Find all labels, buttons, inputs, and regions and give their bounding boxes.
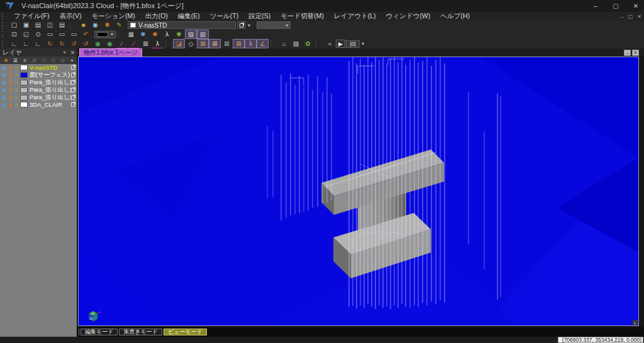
nav-back-icon[interactable]: ◄ [324, 40, 335, 48]
snapshot-image-icon[interactable]: ▨ [291, 40, 301, 48]
edit-pencil-icon[interactable]: ✎ [13, 95, 19, 101]
doc-minimize-button[interactable]: – [624, 50, 631, 56]
menu-item-1[interactable]: 表示(V) [54, 12, 86, 21]
layer-down-icon[interactable]: ⊙ [49, 57, 57, 64]
trim-break-icon[interactable]: ⊠ [140, 40, 151, 48]
gear-pair-icon[interactable]: ✱ [150, 30, 160, 38]
menu-item-2[interactable]: モーション(M) [86, 12, 140, 21]
visibility-eye-icon[interactable]: ◉ [1, 87, 7, 93]
viewport-scroll-button[interactable]: ▸ [633, 320, 638, 325]
layer-copy-icon[interactable] [71, 73, 75, 77]
visibility-eye-icon[interactable]: ◉ [90, 21, 101, 30]
document-tab[interactable]: 物件1.bfox 1ページ [79, 48, 142, 57]
render-image2-icon[interactable]: ▧ [197, 30, 208, 38]
visibility-eye-icon[interactable]: ◉ [1, 72, 7, 78]
layer-color-swatch[interactable] [20, 87, 28, 93]
mode-tab-0[interactable]: 編集モード [80, 329, 118, 335]
layer-star-icon[interactable]: ★ [2, 57, 10, 64]
polyline-corner2-icon[interactable]: ∟ [21, 40, 31, 48]
layer-add-icon[interactable]: ⊕ [30, 57, 38, 64]
3d-viewport[interactable]: x1 x2 ▸ [78, 57, 639, 326]
render-image-icon[interactable]: ▨ [186, 30, 196, 38]
print-dot-icon[interactable]: ● [7, 102, 13, 108]
human-model-icon[interactable]: λ [245, 40, 256, 48]
walkthrough-person-icon[interactable]: λ [152, 40, 163, 48]
menu-item-10[interactable]: ヘルプ(H) [435, 12, 475, 21]
edit-pencil-icon[interactable]: ✎ [13, 65, 19, 71]
measure-slope2-icon[interactable]: ∕ [128, 40, 139, 48]
menu-item-4[interactable]: 編集(E) [173, 12, 205, 21]
child-restore-button[interactable]: ▢ [628, 14, 633, 19]
style-combobox[interactable]: V-nasSTD [128, 21, 236, 29]
boolean-union-icon[interactable]: ⊠ [197, 40, 208, 48]
view-rect3-icon[interactable]: ▭ [69, 30, 79, 38]
layer-row-5[interactable]: ◉●✎3DA_CLAIR [0, 101, 77, 109]
edit-pencil-icon[interactable]: ✎ [13, 72, 19, 78]
panel-close-icon[interactable]: ✕ [69, 50, 77, 56]
view-rect2-icon[interactable]: ▭ [57, 30, 67, 38]
style-page-button[interactable] [237, 21, 246, 29]
transform-rotate-icon[interactable]: ↻ [57, 40, 67, 48]
menu-item-7[interactable]: モード切替(M) [275, 12, 329, 21]
print-preview-icon[interactable]: ◫ [45, 21, 55, 30]
layer-row-0[interactable]: ◉●✎V-nasSTD [0, 64, 77, 72]
layer-color-swatch[interactable] [20, 80, 28, 85]
layer-pin-icon[interactable]: ⌖ [68, 57, 76, 64]
toolbar3-grip[interactable] [2, 40, 6, 47]
print-dot-icon[interactable]: ● [7, 87, 13, 93]
visibility-eye-icon[interactable]: ◉ [1, 65, 7, 71]
menubar-grip[interactable] [2, 13, 6, 19]
gear-green-icon[interactable]: ✱ [174, 30, 184, 38]
camera-view2-icon[interactable]: ◉ [104, 40, 115, 48]
menu-item-9[interactable]: ウィンドウ(W) [381, 12, 436, 21]
nav-forward-icon[interactable]: ▶ [336, 40, 345, 48]
measure-slope1-icon[interactable]: ∕ [116, 40, 127, 48]
layer-copy-icon[interactable] [71, 102, 75, 107]
layer-copy-icon[interactable] [71, 95, 75, 100]
view-rect1-icon[interactable]: ▭ [45, 30, 55, 38]
stairs-tool-icon[interactable]: ∠ [257, 40, 268, 48]
layer-row-1[interactable]: ◉●✎面(サーフェス) [0, 72, 77, 79]
child-close-button[interactable]: ✕ [637, 14, 641, 19]
print-settings-icon[interactable]: ▤ [57, 21, 67, 30]
visibility-eye-icon[interactable]: ◉ [1, 102, 7, 108]
layer-copy-icon[interactable] [71, 88, 75, 92]
save-file-icon[interactable]: ▣ [21, 21, 31, 30]
layer-copy-icon[interactable] [71, 65, 75, 70]
polyline-corner1-icon[interactable]: ∟ [9, 40, 19, 48]
minimize-button[interactable]: – [591, 3, 600, 9]
menu-item-0[interactable]: ファイル(F) [9, 12, 54, 21]
layer-color-swatch[interactable] [20, 72, 28, 78]
print-dot-icon[interactable]: ● [7, 80, 13, 85]
settings-gear-icon[interactable]: ✱ [102, 21, 113, 30]
menu-item-6[interactable]: 設定(S) [243, 12, 275, 21]
layer-remove-icon[interactable]: ⊖ [58, 57, 67, 64]
transform-mirror-icon[interactable]: ↺ [69, 40, 79, 48]
wire-box-icon[interactable]: ◇ [186, 40, 196, 48]
edit-pencil-icon[interactable]: ✎ [13, 80, 19, 85]
structure-view-icon[interactable]: ⌂ [279, 40, 289, 48]
folder-open-icon[interactable]: ■ [78, 21, 89, 30]
walk-person-icon[interactable]: λ [162, 30, 172, 38]
layer-color-swatch[interactable] [20, 65, 28, 70]
layer-color-swatch[interactable] [20, 95, 28, 101]
edit-pencil-icon[interactable]: ✎ [13, 102, 19, 108]
edit-pencil-icon[interactable]: ✎ [114, 21, 125, 30]
layer-row-2[interactable]: ◉●✎Para_張り出し式橋脚_梁 [0, 79, 77, 87]
zoom-region-icon[interactable]: ◱ [21, 30, 31, 38]
zoom-search-icon[interactable]: ⊙ [33, 30, 43, 38]
mode-tab-2[interactable]: ビューモード [164, 329, 207, 335]
frame-dropdown-arrow[interactable]: ▾ [362, 41, 364, 46]
print-icon[interactable]: ▤ [33, 21, 43, 30]
zoom-window-icon[interactable]: ⊡ [9, 30, 19, 38]
film-grid-icon[interactable]: ▦ [126, 30, 136, 38]
layer-list2-icon[interactable]: ≡ [21, 57, 29, 64]
child-minimize-button[interactable]: – [621, 14, 623, 19]
print-dot-icon[interactable]: ● [7, 72, 13, 78]
solid-box-icon[interactable]: ◪ [174, 40, 184, 48]
style-dropdown-arrow[interactable]: ▾ [248, 23, 250, 28]
close-button[interactable]: ✕ [631, 3, 640, 9]
layer-copy-icon[interactable] [71, 80, 75, 85]
visibility-eye-icon[interactable]: ◉ [1, 80, 7, 85]
menu-item-3[interactable]: 出力(O) [140, 12, 173, 21]
